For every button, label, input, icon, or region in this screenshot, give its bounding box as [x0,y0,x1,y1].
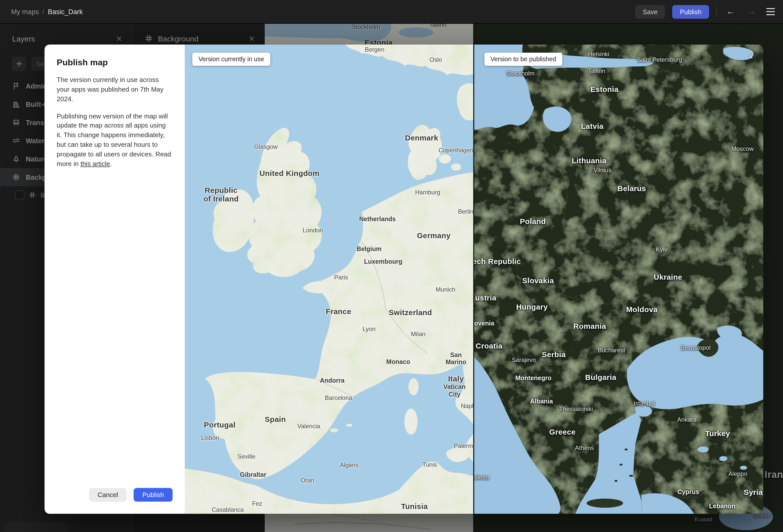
publish-button[interactable]: Publish [672,5,709,19]
topbar-actions: Save Publish ← → [635,5,776,19]
undo-arrow-icon[interactable]: ← [724,7,738,17]
dialog-actions: Cancel Publish [89,488,173,502]
dialog-paragraph-2: Publishing new version of the map will u… [57,112,173,169]
dialog-publish-button[interactable]: Publish [134,488,173,502]
publish-dialog-panel: Publish map The version currently in use… [44,44,185,514]
save-button[interactable]: Save [635,5,665,19]
topbar: My maps / Basic_Dark Save Publish ← → [0,0,783,24]
map-editor-app: StockholmEstoniaTallinnIranShirazKuwait … [0,0,783,532]
cancel-button[interactable]: Cancel [89,488,127,502]
close-compare-icon[interactable]: × [748,53,753,61]
paragraph-2-period: . [110,160,112,167]
menu-icon[interactable] [765,6,776,17]
dialog-title: Publish map [57,58,173,68]
paragraph-2-text: Publishing new version of the map will u… [57,112,171,167]
breadcrumb-separator: / [42,8,44,15]
dialog-paragraph-1: The version currently in use across your… [57,75,173,104]
map-after-panel[interactable]: Version to be published × HelsinkiSaint … [473,44,763,514]
breadcrumb-parent[interactable]: My maps [11,8,39,15]
publish-dialog: Publish map The version currently in use… [44,44,763,514]
redo-arrow-icon[interactable]: → [745,7,758,17]
map-before-panel[interactable]: Version currently in use BergenOsloGlasg… [185,44,473,514]
light-map-art [185,44,473,514]
breadcrumb: My maps / Basic_Dark [11,8,83,15]
toolbar-divider [716,6,717,17]
after-version-chip: Version to be published [484,53,562,66]
breadcrumb-current: Basic_Dark [48,8,83,15]
article-link[interactable]: this article [81,160,110,167]
dark-map-art [474,44,763,514]
before-version-chip: Version currently in use [192,53,270,66]
